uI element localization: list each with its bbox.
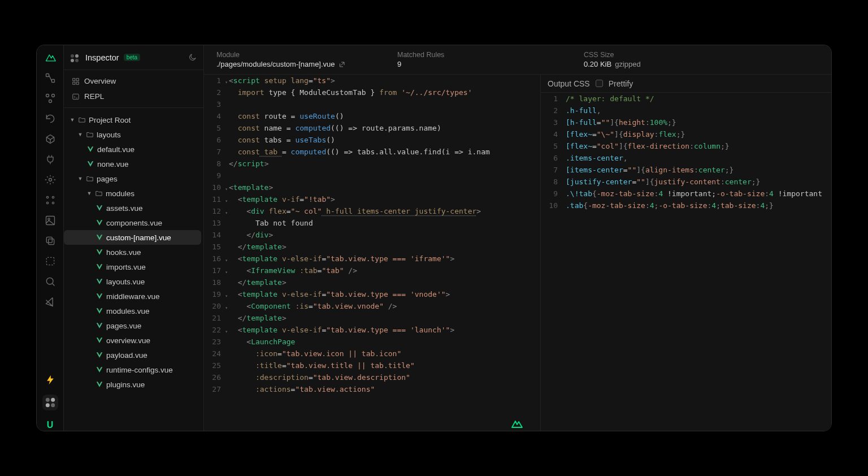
tree-root[interactable]: ▼Project Root bbox=[64, 112, 201, 127]
svg-point-3 bbox=[51, 94, 54, 97]
vue-icon bbox=[96, 351, 103, 359]
tree-file-assets[interactable]: assets.vue bbox=[64, 201, 201, 215]
output-code[interactable]: 1/* layer: default */ 2.h-full, 3[h-full… bbox=[541, 93, 831, 431]
tree-file-layouts[interactable]: layouts.vue bbox=[64, 274, 201, 289]
sidebar: Inspector beta Overview REPL ▼Project Ro… bbox=[64, 45, 204, 431]
tree-file-custom-name[interactable]: custom-[name].vue bbox=[64, 230, 201, 245]
svg-point-2 bbox=[46, 94, 49, 97]
svg-rect-0 bbox=[46, 74, 49, 77]
vue-icon bbox=[96, 248, 103, 256]
sidebar-nav: Overview REPL bbox=[64, 70, 203, 108]
tab-overview[interactable]: Overview bbox=[64, 73, 203, 89]
vue-icon bbox=[96, 322, 103, 330]
lightning-icon[interactable] bbox=[45, 374, 56, 386]
source-code[interactable]: 1▾<script setup lang="ts"> 2 import type… bbox=[204, 75, 540, 431]
svg-point-7 bbox=[52, 196, 54, 198]
icon-rail: U bbox=[37, 45, 64, 431]
sidebar-header: Inspector beta bbox=[64, 45, 203, 70]
overview-icon bbox=[72, 77, 80, 85]
tree-file-runtime[interactable]: runtime-configs.vue bbox=[64, 362, 201, 377]
vue-icon bbox=[96, 366, 103, 374]
file-tree: ▼Project Root ▼layouts default.vue none.… bbox=[64, 108, 203, 396]
panes: 1▾<script setup lang="ts"> 2 import type… bbox=[204, 75, 831, 431]
tab-repl-label: REPL bbox=[84, 92, 104, 101]
svg-point-4 bbox=[49, 100, 51, 103]
tab-repl[interactable]: REPL bbox=[64, 89, 203, 104]
vue-icon bbox=[96, 204, 103, 212]
tree-file-pages[interactable]: pages.vue bbox=[64, 318, 201, 333]
tree-file-payload[interactable]: payload.vue bbox=[64, 348, 201, 362]
vue-icon bbox=[86, 145, 94, 153]
copy-icon[interactable] bbox=[45, 235, 56, 246]
refresh-icon[interactable] bbox=[45, 113, 56, 124]
plug-icon[interactable] bbox=[45, 154, 56, 165]
grid-icon[interactable] bbox=[45, 194, 56, 206]
app-window: U Inspector beta Overview REPL ▼Project … bbox=[36, 45, 832, 431]
main-panel: Module ./pages/modules/custom-[name].vue… bbox=[204, 45, 831, 431]
svg-point-15 bbox=[46, 278, 53, 284]
dashed-icon[interactable] bbox=[45, 256, 56, 267]
vue-icon bbox=[86, 160, 94, 168]
css-size-value: 0.20 KiB gzipped bbox=[584, 60, 641, 68]
nuxt-logo-bottom[interactable] bbox=[511, 419, 524, 429]
svg-point-18 bbox=[45, 403, 49, 407]
folder-icon bbox=[95, 189, 103, 197]
module-value: ./pages/modules/custom-[name].vue bbox=[216, 60, 397, 68]
svg-point-19 bbox=[51, 403, 55, 407]
tree-pages[interactable]: ▼pages bbox=[64, 171, 201, 186]
tab-overview-label: Overview bbox=[84, 77, 116, 85]
tree-file-middleware[interactable]: middleware.vue bbox=[64, 289, 201, 304]
repl-icon bbox=[72, 93, 80, 101]
svg-rect-12 bbox=[48, 239, 54, 245]
tree-file-overview[interactable]: overview.vue bbox=[64, 333, 201, 348]
vue-icon bbox=[96, 380, 103, 388]
tree-modules[interactable]: ▼modules bbox=[64, 186, 201, 201]
svg-point-5 bbox=[49, 179, 51, 181]
modules-icon[interactable] bbox=[45, 93, 56, 104]
svg-point-17 bbox=[51, 398, 55, 402]
svg-rect-22 bbox=[73, 82, 75, 84]
uno-icon[interactable]: U bbox=[45, 419, 56, 431]
nuxt-logo-icon[interactable] bbox=[45, 52, 56, 63]
svg-point-9 bbox=[52, 202, 54, 204]
tree-file-modules[interactable]: modules.vue bbox=[64, 304, 201, 318]
matched-value: 9 bbox=[397, 60, 584, 68]
folder-icon bbox=[86, 131, 94, 139]
gear-icon[interactable] bbox=[45, 174, 56, 185]
beta-badge: beta bbox=[124, 54, 140, 61]
svg-point-16 bbox=[45, 398, 49, 402]
output-header: Output CSS Prettify bbox=[541, 75, 831, 93]
tree-file-default[interactable]: default.vue bbox=[64, 142, 201, 157]
tree-file-hooks[interactable]: hooks.vue bbox=[64, 245, 201, 259]
tree-icon[interactable] bbox=[45, 72, 56, 84]
vue-icon bbox=[96, 263, 103, 271]
module-info-bar: Module ./pages/modules/custom-[name].vue… bbox=[204, 45, 831, 75]
svg-point-11 bbox=[47, 218, 49, 220]
vue-icon bbox=[96, 233, 103, 241]
vue-icon bbox=[96, 336, 103, 344]
svg-rect-1 bbox=[51, 80, 54, 83]
search-icon[interactable] bbox=[45, 276, 56, 287]
vue-icon bbox=[96, 292, 103, 300]
inspector-icon bbox=[71, 54, 81, 61]
prettify-checkbox[interactable] bbox=[596, 80, 603, 87]
prettify-label: Prettify bbox=[609, 79, 633, 88]
tree-file-components[interactable]: components.vue bbox=[64, 215, 201, 230]
image-icon[interactable] bbox=[45, 215, 56, 226]
output-panel: Output CSS Prettify 1/* layer: default *… bbox=[540, 75, 831, 431]
tree-file-plugins[interactable]: plugins.vue bbox=[64, 377, 201, 392]
svg-point-8 bbox=[46, 202, 48, 204]
tree-file-imports[interactable]: imports.vue bbox=[64, 259, 201, 274]
tree-layouts[interactable]: ▼layouts bbox=[64, 127, 201, 142]
inspector-rail-icon[interactable] bbox=[42, 395, 58, 410]
cube-icon[interactable] bbox=[45, 133, 56, 145]
vue-icon bbox=[96, 219, 103, 227]
vscode-icon[interactable] bbox=[45, 296, 56, 308]
svg-rect-23 bbox=[76, 82, 79, 84]
tree-file-none[interactable]: none.vue bbox=[64, 157, 201, 171]
svg-rect-24 bbox=[73, 94, 79, 99]
moon-icon[interactable] bbox=[188, 53, 197, 62]
css-size-label: CSS Size bbox=[584, 51, 641, 59]
output-title: Output CSS bbox=[548, 79, 590, 88]
external-link-icon[interactable] bbox=[338, 61, 345, 68]
